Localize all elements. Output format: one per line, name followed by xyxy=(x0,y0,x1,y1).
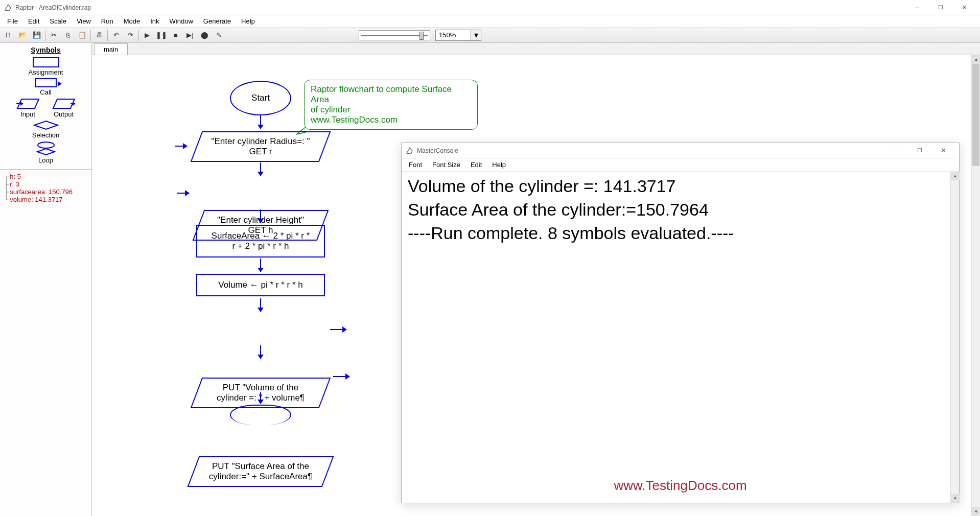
symbol-loop[interactable]: Loop xyxy=(0,141,91,164)
symbol-call[interactable]: Call xyxy=(0,78,91,96)
console-output: Volume of the cylinder =: 141.3717 Surfa… xyxy=(402,172,959,248)
undo-icon: ↶ xyxy=(113,31,119,39)
pause-button[interactable]: ❚❚ xyxy=(155,29,168,42)
console-menu-bar: Font Font Size Edit Help xyxy=(402,158,959,172)
fc-output-surfacearea[interactable]: PUT "Surface Area of the cylinder:=" + S… xyxy=(187,456,334,487)
scroll-up-icon[interactable]: ▲ xyxy=(951,172,960,180)
output-shape-icon xyxy=(52,98,76,109)
paste-button[interactable]: 📋 xyxy=(76,29,89,42)
open-button[interactable]: 📂 xyxy=(16,29,29,42)
sidebar: Symbols Assignment Call Input Output xyxy=(0,43,92,516)
pen-icon: ✎ xyxy=(216,31,222,39)
maximize-button[interactable]: ☐ xyxy=(929,0,952,15)
scroll-down-icon[interactable]: ▼ xyxy=(972,507,980,516)
console-title-text: MasterConsole xyxy=(417,147,884,154)
scroll-thumb[interactable] xyxy=(972,64,979,166)
fc-assign-surfacearea[interactable]: SurfaceArea ← 2 * pi * r * r + 2 * pi * … xyxy=(196,225,325,257)
symbol-input[interactable]: Input xyxy=(16,98,40,118)
pen-button[interactable]: ✎ xyxy=(212,29,225,42)
svg-point-7 xyxy=(38,142,54,148)
console-minimize-button[interactable]: ─ xyxy=(884,143,908,158)
selection-shape-icon xyxy=(32,120,60,130)
console-scrollbar[interactable]: ▲ ▼ xyxy=(950,172,959,503)
variables-panel: ┌h: 5 ├r: 3 ├surfacearea: 150.796 └volum… xyxy=(0,170,91,206)
fc-input-radius[interactable]: "Enter cylinder Radius=: " GET r xyxy=(190,131,331,162)
menu-scale[interactable]: Scale xyxy=(44,16,72,27)
symbol-selection[interactable]: Selection xyxy=(0,120,91,139)
menu-generate[interactable]: Generate xyxy=(198,16,236,27)
fc-end-node-partial[interactable] xyxy=(230,405,291,425)
assignment-shape-icon xyxy=(33,57,59,67)
menu-view[interactable]: View xyxy=(72,16,96,27)
menu-edit[interactable]: Edit xyxy=(23,16,44,27)
step-button[interactable]: ▶| xyxy=(183,29,197,42)
scroll-up-icon[interactable]: ▲ xyxy=(972,55,980,64)
symbols-palette: Symbols Assignment Call Input Output xyxy=(0,43,91,170)
fc-comment[interactable]: Raptor flowchart to compute Surface Area… xyxy=(304,80,478,130)
menu-window[interactable]: Window xyxy=(165,16,198,27)
console-menu-font[interactable]: Font xyxy=(404,159,427,170)
copy-icon: ⎘ xyxy=(66,31,70,39)
variable-row: ┌h: 5 xyxy=(4,173,87,180)
symbol-assignment[interactable]: Assignment xyxy=(0,57,91,76)
symbol-assignment-label: Assignment xyxy=(29,68,63,76)
stop-button[interactable]: ■ xyxy=(169,29,182,42)
window-title: Raptor - AreaOfCylinder.rap xyxy=(15,4,905,11)
menu-mode[interactable]: Mode xyxy=(119,16,146,27)
console-close-button[interactable]: ✕ xyxy=(931,143,955,158)
fc-assign-volume[interactable]: Volume ← pi * r * r * h xyxy=(196,274,325,296)
speed-slider[interactable] xyxy=(359,30,430,40)
console-menu-edit[interactable]: Edit xyxy=(465,159,487,170)
zoom-value[interactable]: 150% xyxy=(435,30,471,41)
svg-marker-6 xyxy=(34,121,58,129)
symbol-call-label: Call xyxy=(40,88,51,96)
redo-button[interactable]: ↷ xyxy=(124,29,137,42)
breakpoint-button[interactable]: ⬤ xyxy=(198,29,211,42)
step-icon: ▶| xyxy=(186,31,193,39)
menu-help[interactable]: Help xyxy=(236,16,260,27)
variable-row: └volume: 141.3717 xyxy=(4,196,87,203)
minimize-button[interactable]: ─ xyxy=(905,0,929,15)
fc-assign-surfacearea-text: SurfaceArea ← 2 * pi * r * r + 2 * pi * … xyxy=(212,231,310,251)
tab-main[interactable]: main xyxy=(94,43,128,55)
play-icon: ▶ xyxy=(145,31,150,39)
toolbar: 🗋 📂 💾 ✂ ⎘ 📋 🖶 ↶ ↷ ▶ ❚❚ ■ ▶| ⬤ ✎ 150% ▾ xyxy=(0,28,980,43)
open-folder-icon: 📂 xyxy=(18,31,27,39)
copy-button[interactable]: ⎘ xyxy=(61,29,75,42)
console-line: Volume of the cylinder =: 141.3717 xyxy=(408,175,953,198)
svg-marker-8 xyxy=(37,149,55,155)
canvas-scrollbar[interactable]: ▲ ▼ xyxy=(971,55,980,516)
fc-output-surfacearea-text: PUT "Surface Area of the cylinder:=" + S… xyxy=(187,456,334,487)
symbol-output[interactable]: Output xyxy=(52,98,76,118)
master-console-window[interactable]: MasterConsole ─ ☐ ✕ Font Font Size Edit … xyxy=(401,143,960,503)
console-title-bar[interactable]: MasterConsole ─ ☐ ✕ xyxy=(402,143,959,158)
symbol-selection-label: Selection xyxy=(32,131,59,139)
console-menu-help[interactable]: Help xyxy=(487,159,511,170)
fc-start-node[interactable]: Start xyxy=(230,81,291,115)
menu-run[interactable]: Run xyxy=(96,16,119,27)
menu-file[interactable]: File xyxy=(2,16,23,27)
symbol-loop-label: Loop xyxy=(38,156,53,164)
play-button[interactable]: ▶ xyxy=(141,29,154,42)
fc-input-radius-text: "Enter cylinder Radius=: " GET r xyxy=(190,131,331,162)
cut-button[interactable]: ✂ xyxy=(47,29,60,42)
watermark-text: www.TestingDocs.com xyxy=(614,478,746,494)
console-maximize-button[interactable]: ☐ xyxy=(908,143,931,158)
pause-icon: ❚❚ xyxy=(156,31,167,39)
menu-ink[interactable]: Ink xyxy=(145,16,164,27)
close-button[interactable]: ✕ xyxy=(952,0,976,15)
tab-strip: main xyxy=(92,43,980,55)
zoom-dropdown[interactable]: ▾ xyxy=(471,30,481,41)
call-shape-icon xyxy=(35,78,57,87)
console-menu-fontsize[interactable]: Font Size xyxy=(427,159,465,170)
new-button[interactable]: 🗋 xyxy=(2,29,15,42)
print-button[interactable]: 🖶 xyxy=(92,29,106,42)
cut-icon: ✂ xyxy=(51,31,57,39)
main-title-bar: Raptor - AreaOfCylinder.rap ─ ☐ ✕ xyxy=(0,0,980,15)
save-button[interactable]: 💾 xyxy=(30,29,43,42)
symbol-output-label: Output xyxy=(54,110,74,118)
menu-bar: File Edit Scale View Run Mode Ink Window… xyxy=(0,15,980,28)
scroll-down-icon[interactable]: ▼ xyxy=(951,494,960,503)
chevron-down-icon: ▾ xyxy=(474,30,478,40)
undo-button[interactable]: ↶ xyxy=(109,29,123,42)
